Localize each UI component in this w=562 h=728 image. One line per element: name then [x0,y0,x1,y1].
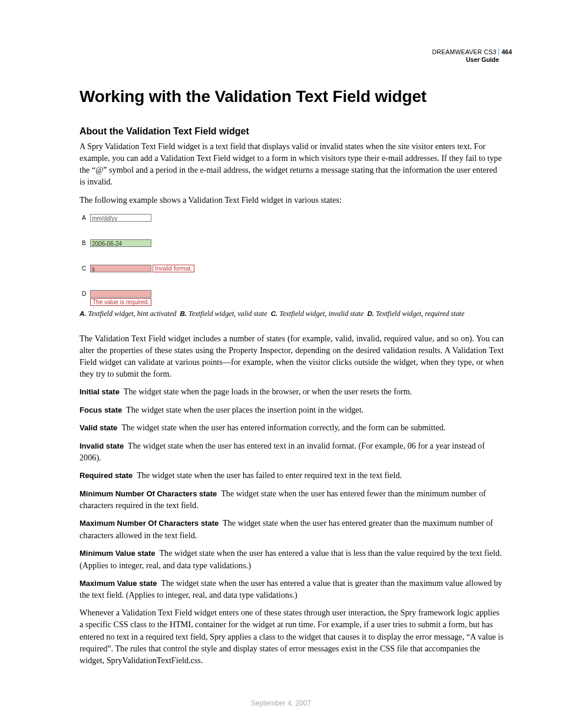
term-maxval: Maximum Value state [80,579,157,588]
caption-text-c: Textfield widget, invalid state [279,309,363,318]
def-initial: Initial state The widget state when the … [80,386,504,397]
footer-date: September 4, 2007 [0,699,562,707]
term-minval: Minimum Value state [80,549,156,558]
term-maxchars: Maximum Number Of Characters state [80,519,219,528]
state-letter: A [82,214,90,221]
desc-valid: The widget state when the user has enter… [121,423,445,432]
desc-invalid: The widget state when the user has enter… [80,441,485,462]
caption-label-b: B. [180,310,187,317]
term-focus: Focus state [80,406,122,414]
textfield-hint: mm/dd/yy [90,214,151,222]
figure-caption: A. Textfield widget, hint activated B. T… [80,309,504,318]
caption-text-d: Textfield widget, required state [376,309,464,318]
required-msg: The value is required. [90,298,151,306]
state-letter: B [82,239,90,246]
def-focus: Focus state The widget state when the us… [80,404,504,416]
textfield-required [90,290,151,298]
textfield-invalid: s [90,265,151,272]
section-title: Working with the Validation Text Field w… [80,87,504,106]
intro-paragraph-2: The following example shows a Validation… [80,194,504,206]
term-required: Required state [80,471,133,480]
content: Working with the Validation Text Field w… [80,87,504,672]
term-minchars: Minimum Number Of Characters state [80,489,217,498]
invalid-format-msg: Invalid format. [153,265,194,272]
def-maxchars: Maximum Number Of Characters state The w… [80,517,504,541]
textfield-valid: 2006-06-24 [90,239,151,247]
caption-label-d: D. [367,310,374,317]
desc-required: The widget state when the user has faile… [137,470,402,480]
page-number: 464 [498,48,512,55]
intro-paragraph-1: A Spry Validation Text Field widget is a… [80,140,504,188]
subsection-heading: About the Validation Text Field widget [80,126,504,137]
def-minval: Minimum Value state The widget state whe… [80,547,504,571]
term-valid: Valid state [80,423,117,432]
desc-initial: The widget state when the page loads in … [124,387,412,396]
state-letter: C [82,265,90,272]
product-name: DREAMWEAVER CS3 [432,48,496,55]
caption-label-c: C. [271,310,278,317]
overview-paragraph: The Validation Text Field widget include… [80,332,504,380]
guide-label: User Guide [432,56,512,64]
def-maxval: Maximum Value state The widget state whe… [80,577,504,601]
state-row-a: A mm/dd/yy [82,214,504,222]
state-letter: D [82,290,90,297]
state-row-d: D The value is required. [82,290,504,306]
term-invalid: Invalid state [80,442,124,450]
caption-text-b: Textfield widget, valid state [189,309,267,318]
closing-paragraph: Whenever a Validation Text Field widget … [80,607,504,666]
caption-label-a: A. [80,310,87,317]
def-minchars: Minimum Number Of Characters state The w… [80,487,504,512]
def-required: Required state The widget state when the… [80,469,504,481]
caption-text-a: Textfield widget, hint activated [88,309,177,318]
term-initial: Initial state [80,387,120,396]
desc-focus: The widget state when the user places th… [126,405,363,414]
states-figure: A mm/dd/yy B 2006-06-24 C s Invalid form… [82,214,504,306]
state-row-c: C s Invalid format. [82,265,504,272]
page-header: DREAMWEAVER CS3464 User Guide [432,48,512,64]
def-valid: Valid state The widget state when the us… [80,421,504,433]
def-invalid: Invalid state The widget state when the … [80,440,504,464]
state-row-b: B 2006-06-24 [82,239,504,247]
